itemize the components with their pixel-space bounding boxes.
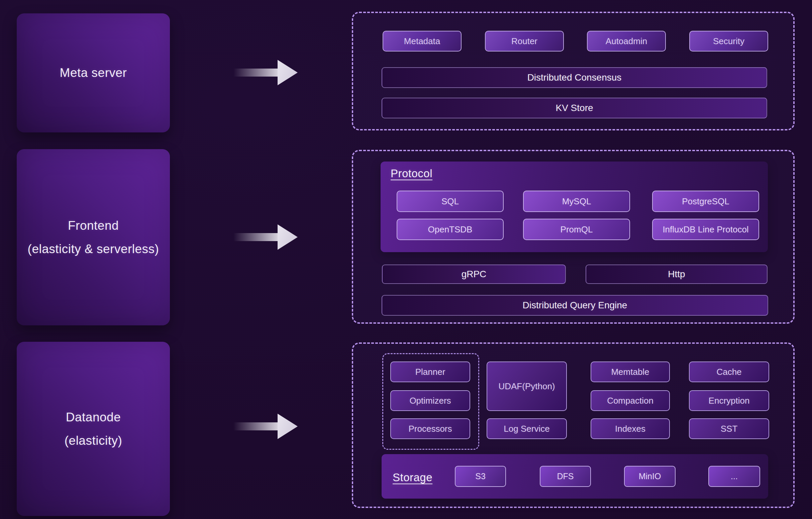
compaction-block: Compaction bbox=[590, 390, 670, 411]
log-service-block: Log Service bbox=[487, 419, 567, 439]
protocol-heading: Protocol bbox=[390, 167, 432, 180]
frontend-node: Frontend (elasticity & serverless) bbox=[17, 149, 170, 325]
arrow-right-icon bbox=[233, 60, 297, 85]
postgresql-block: PostgreSQL bbox=[652, 191, 759, 212]
s3-block: S3 bbox=[455, 466, 506, 487]
autoadmin-block: Autoadmin bbox=[587, 31, 666, 52]
grpc-bar: gRPC bbox=[382, 264, 566, 284]
datanode-section: Planner Optimizers Processors UDAF(Pytho… bbox=[352, 342, 794, 508]
influxdb-line-protocol-block: InfluxDB Line Protocol bbox=[652, 219, 759, 240]
storage-heading: Storage bbox=[393, 471, 432, 484]
kv-store-bar: KV Store bbox=[382, 98, 767, 118]
distributed-consensus-bar: Distributed Consensus bbox=[382, 67, 767, 88]
mysql-block: MySQL bbox=[523, 191, 630, 212]
security-block: Security bbox=[689, 31, 768, 52]
distributed-query-engine-bar: Distributed Query Engine bbox=[382, 295, 768, 316]
arrow-right-icon bbox=[233, 414, 297, 439]
arrow-right-icon bbox=[233, 224, 297, 250]
encryption-block: Encryption bbox=[689, 390, 769, 411]
indexes-block: Indexes bbox=[590, 419, 670, 439]
optimizers-block: Optimizers bbox=[390, 390, 470, 411]
sql-block: SQL bbox=[397, 191, 504, 212]
meta-server-node: Meta server bbox=[17, 13, 170, 133]
meta-server-label: Meta server bbox=[60, 66, 127, 80]
cache-block: Cache bbox=[689, 362, 769, 382]
udaf-python-block: UDAF(Python) bbox=[487, 362, 567, 411]
sst-block: SST bbox=[689, 419, 769, 439]
minio-block: MinIO bbox=[624, 466, 675, 487]
planner-block: Planner bbox=[390, 362, 470, 382]
promql-block: PromQL bbox=[523, 219, 630, 240]
dfs-block: DFS bbox=[540, 466, 591, 487]
opentsdb-block: OpenTSDB bbox=[397, 219, 504, 240]
router-block: Router bbox=[485, 31, 564, 52]
metadata-block: Metadata bbox=[383, 31, 462, 52]
more-storage-block: ... bbox=[708, 466, 760, 487]
architecture-diagram: Meta server Frontend (elasticity & serve… bbox=[0, 0, 812, 519]
memtable-block: Memtable bbox=[590, 362, 670, 382]
datanode-node: Datanode (elasticity) bbox=[17, 342, 170, 516]
datanode-sublabel: (elasticity) bbox=[64, 434, 122, 448]
http-bar: Http bbox=[586, 264, 767, 284]
frontend-label: Frontend bbox=[68, 219, 119, 233]
processors-block: Processors bbox=[390, 419, 470, 439]
datanode-label: Datanode bbox=[66, 410, 121, 424]
meta-server-section: Metadata Router Autoadmin Security Distr… bbox=[352, 12, 794, 131]
frontend-section: Protocol SQL MySQL PostgreSQL OpenTSDB P… bbox=[352, 150, 794, 324]
frontend-sublabel: (elasticity & serverless) bbox=[28, 242, 159, 256]
